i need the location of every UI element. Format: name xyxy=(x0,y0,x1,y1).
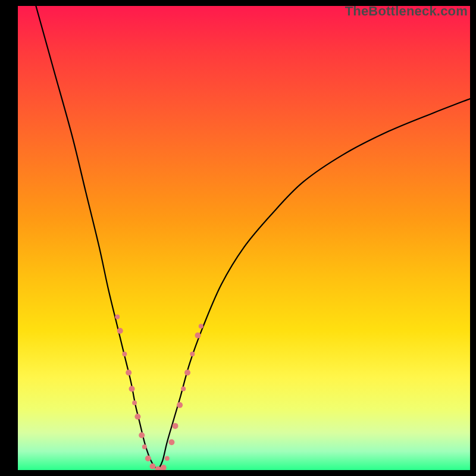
sample-point xyxy=(168,439,174,445)
plot-area xyxy=(18,6,470,470)
sample-point xyxy=(177,402,183,408)
curve-layer xyxy=(18,6,470,470)
sample-point xyxy=(161,465,167,470)
sample-point xyxy=(145,456,151,462)
sample-points-group xyxy=(115,315,203,470)
sample-point xyxy=(139,433,145,439)
sample-point xyxy=(199,324,203,328)
sample-point xyxy=(132,400,137,405)
chart-container: TheBottleneck.com xyxy=(0,0,476,476)
watermark-text: TheBottleneck.com xyxy=(345,4,468,19)
sample-point xyxy=(115,315,120,320)
sample-point xyxy=(134,414,140,419)
sample-point xyxy=(117,328,123,334)
sample-point xyxy=(142,444,147,449)
sample-point xyxy=(126,369,131,375)
right-branch-curve xyxy=(158,99,470,470)
sample-point xyxy=(172,423,178,429)
sample-point xyxy=(149,464,155,469)
sample-point xyxy=(165,456,170,461)
sample-point xyxy=(184,369,190,375)
left-branch-curve xyxy=(36,6,158,470)
sample-point xyxy=(190,352,195,356)
sample-point xyxy=(129,386,135,392)
sample-point xyxy=(195,333,201,339)
sample-point xyxy=(122,352,127,356)
sample-point xyxy=(181,387,186,392)
